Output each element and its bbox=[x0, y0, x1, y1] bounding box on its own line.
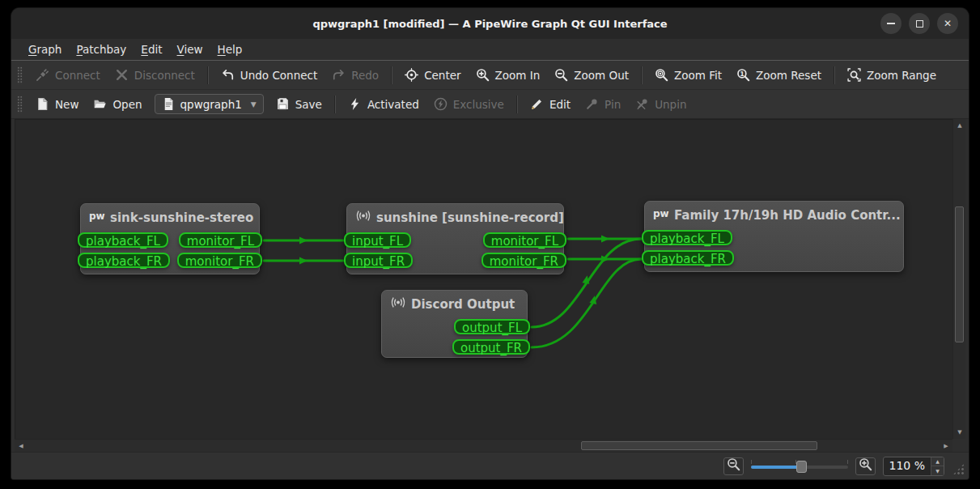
toolbar-button-label: Redo bbox=[351, 69, 379, 82]
titlebar[interactable]: qpwgraph1 [modified] — A PipeWire Graph … bbox=[11, 8, 969, 39]
toolbar-button-label: Pin bbox=[605, 98, 621, 111]
graph-canvas[interactable]: pwsink-sunshine-stereoplayback_FLplaybac… bbox=[15, 119, 952, 439]
toolbar-button-new[interactable]: New bbox=[28, 93, 86, 115]
toolbar-button-zoom-range[interactable]: Zoom Range bbox=[840, 64, 944, 86]
toolbar-button-undo-connect[interactable]: Undo Connect bbox=[214, 64, 325, 86]
toolbar-button-edit[interactable]: Edit bbox=[523, 93, 578, 115]
vertical-scrollbar[interactable]: ▲ ▼ bbox=[952, 119, 965, 439]
toolbar-patchbay: NewOpenqpwgraph1▼SaveActivatedExclusiveE… bbox=[11, 90, 969, 119]
close-icon: ✕ bbox=[944, 18, 952, 29]
menu-edit[interactable]: Edit bbox=[134, 40, 169, 58]
node-title: pwsink-sunshine-stereo bbox=[81, 204, 259, 225]
toolbar-button-zoom-reset[interactable]: 1Zoom Reset bbox=[729, 64, 829, 86]
horizontal-scrollbar[interactable]: ◀ ▶ bbox=[15, 439, 952, 452]
toolbar-button-unpin: Unpin bbox=[628, 93, 694, 115]
scroll-up-button[interactable]: ▲ bbox=[953, 119, 966, 132]
zoom-slider[interactable] bbox=[751, 457, 848, 475]
zoom-spinbox[interactable]: 110 % ▲ ▼ bbox=[883, 457, 944, 476]
scroll-right-button[interactable]: ▶ bbox=[940, 440, 952, 453]
activated-icon bbox=[348, 97, 362, 111]
port-family-hd-audio-playback_FL[interactable]: playback_FL bbox=[642, 230, 732, 245]
new-icon bbox=[36, 97, 49, 111]
port-sink-sunshine-stereo-monitor_FR[interactable]: monitor_FR bbox=[177, 253, 262, 268]
vertical-scrollbar-thumb[interactable] bbox=[955, 206, 964, 342]
menu-help[interactable]: Help bbox=[210, 40, 250, 58]
port-label: monitor_FL bbox=[491, 234, 558, 249]
maximize-icon bbox=[916, 20, 923, 28]
resize-grip[interactable] bbox=[952, 463, 965, 475]
port-label: playback_FL bbox=[650, 232, 724, 246]
toolbar-button-open[interactable]: Open bbox=[86, 93, 149, 115]
port-sink-sunshine-stereo-playback_FR[interactable]: playback_FR bbox=[78, 253, 170, 268]
unpin-icon bbox=[635, 97, 649, 111]
toolbar-button-center[interactable]: Center bbox=[397, 64, 468, 86]
port-sink-sunshine-stereo-playback_FL[interactable]: playback_FL bbox=[78, 232, 168, 248]
spin-buttons: ▲ ▼ bbox=[931, 457, 944, 475]
app-window: qpwgraph1 [modified] — A PipeWire Graph … bbox=[11, 8, 969, 479]
menu-view[interactable]: View bbox=[170, 40, 210, 58]
toolbar-separator bbox=[334, 96, 336, 113]
horizontal-scrollbar-thumb[interactable] bbox=[581, 441, 817, 450]
chevron-down-icon: ▼ bbox=[251, 100, 257, 108]
toolbar-button-zoom-fit[interactable]: Zoom Fit bbox=[647, 64, 729, 86]
spin-down-button[interactable]: ▼ bbox=[931, 466, 944, 475]
maximize-button[interactable] bbox=[909, 13, 930, 34]
close-button[interactable]: ✕ bbox=[937, 13, 958, 34]
toolbar-button-redo: Redo bbox=[325, 64, 386, 86]
node-sunshine[interactable]: sunshine [sunshine-record]input_FLinput_… bbox=[346, 203, 564, 274]
window-title: qpwgraph1 [modified] — A PipeWire Graph … bbox=[312, 18, 667, 30]
menu-graph[interactable]: Graph bbox=[21, 40, 69, 58]
toolbar-separator bbox=[834, 66, 835, 84]
minimize-button[interactable] bbox=[880, 13, 902, 34]
toolbar-button-zoom-in[interactable]: Zoom In bbox=[469, 64, 548, 86]
menu-patchbay[interactable]: Patchbay bbox=[69, 40, 134, 58]
connection-arrow-icon bbox=[299, 237, 308, 244]
svg-text:pw: pw bbox=[89, 210, 105, 222]
connection-arrow-icon bbox=[601, 236, 609, 243]
zoom-slider-handle[interactable] bbox=[796, 461, 807, 473]
toolbar-button-connect: Connect bbox=[28, 64, 108, 86]
toolbar-button-label: Activated bbox=[367, 98, 419, 111]
zoom-range-icon bbox=[847, 68, 861, 82]
port-discord-output-output_FL[interactable]: output_FL bbox=[454, 319, 530, 334]
toolbar-button-zoom-out[interactable]: Zoom Out bbox=[547, 64, 636, 86]
minimize-icon bbox=[887, 23, 895, 24]
save-icon bbox=[276, 97, 290, 111]
toolbar-handle-graph[interactable] bbox=[17, 66, 23, 84]
port-sunshine-input_FL[interactable]: input_FL bbox=[344, 232, 411, 248]
toolbar-button-label: Unpin bbox=[655, 98, 686, 111]
port-label: playback_FR bbox=[650, 252, 726, 266]
port-family-hd-audio-playback_FR[interactable]: playback_FR bbox=[642, 250, 734, 266]
node-family-hd-audio[interactable]: pwFamily 17h/19h HD Audio Contr...playba… bbox=[644, 201, 904, 272]
port-sunshine-input_FR[interactable]: input_FR bbox=[344, 253, 413, 268]
pin-icon bbox=[585, 97, 599, 111]
node-sink-sunshine-stereo[interactable]: pwsink-sunshine-stereoplayback_FLplaybac… bbox=[80, 203, 260, 274]
toolbar-button-exclusive: Exclusive bbox=[426, 93, 511, 115]
toolbar-button-label: Zoom Fit bbox=[674, 69, 722, 82]
toolbar-button-activated[interactable]: Activated bbox=[341, 93, 426, 115]
node-discord-output[interactable]: Discord Outputoutput_FLoutput_FR bbox=[381, 290, 528, 358]
zoom-reset-icon: 1 bbox=[736, 68, 750, 82]
pipewire-icon: pw bbox=[88, 210, 106, 225]
toolbar-button-label: Zoom Reset bbox=[756, 69, 821, 82]
toolbar-separator bbox=[207, 66, 209, 84]
toolbar-button-save[interactable]: Save bbox=[269, 93, 329, 115]
status-zoom-out-button[interactable] bbox=[723, 457, 744, 475]
scroll-left-button[interactable]: ◀ bbox=[15, 440, 28, 453]
port-sunshine-monitor_FL[interactable]: monitor_FL bbox=[483, 232, 566, 248]
port-sunshine-monitor_FR[interactable]: monitor_FR bbox=[482, 253, 566, 268]
status-zoom-in-button[interactable] bbox=[855, 457, 876, 475]
scroll-down-button[interactable]: ▼ bbox=[953, 426, 966, 439]
toolbar-button-pin: Pin bbox=[578, 93, 628, 115]
toolbar-handle-patchbay[interactable] bbox=[17, 96, 23, 113]
spin-up-button[interactable]: ▲ bbox=[931, 457, 944, 467]
port-label: playback_FL bbox=[86, 234, 160, 249]
port-label: output_FR bbox=[460, 341, 522, 355]
port-discord-output-output_FR[interactable]: output_FR bbox=[452, 339, 530, 355]
connection-arrow-icon bbox=[299, 257, 308, 265]
zoom-in-icon bbox=[476, 68, 490, 82]
zoom-out-icon bbox=[554, 68, 568, 82]
undo-icon bbox=[221, 68, 235, 82]
port-sink-sunshine-stereo-monitor_FL[interactable]: monitor_FL bbox=[179, 232, 262, 248]
patchbay-profile-combobox[interactable]: qpwgraph1▼ bbox=[155, 94, 264, 114]
